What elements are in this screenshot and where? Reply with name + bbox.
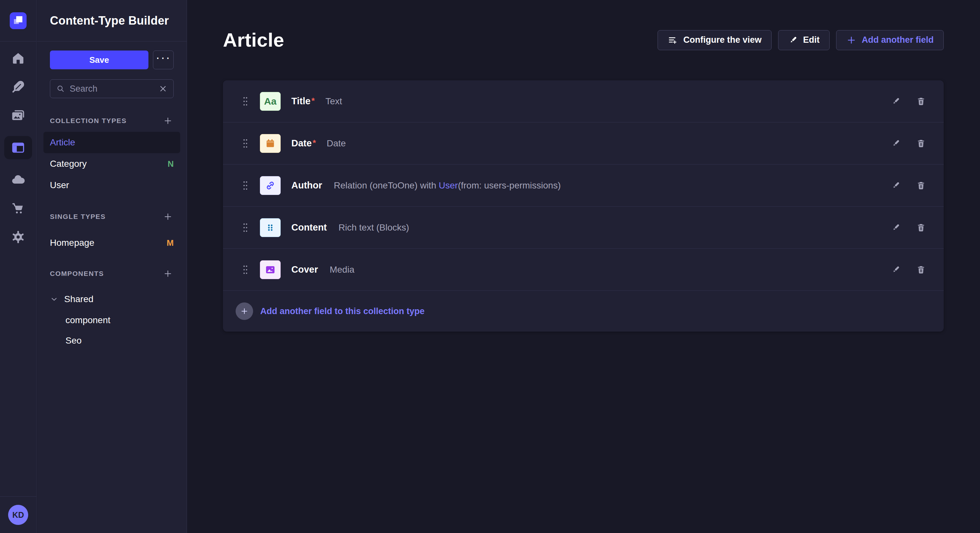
gear-icon[interactable] [10, 229, 26, 245]
blocks-icon [260, 218, 281, 237]
add-collection-type-button[interactable] [162, 115, 174, 127]
relation-type-prefix: Relation (oneToOne) with [334, 180, 439, 190]
components-header: COMPONENTS [50, 268, 174, 279]
add-component-button[interactable] [162, 268, 174, 279]
sidebar-item-category[interactable]: Category N [43, 153, 180, 174]
subnav: Content-Type Builder Save ··· COLLECTION… [37, 0, 187, 533]
plus-icon [163, 269, 173, 279]
drag-handle-icon[interactable] [240, 137, 251, 150]
save-row: Save ··· [50, 51, 174, 69]
field-type: Text [325, 96, 342, 106]
add-another-field-button[interactable]: Add another field [836, 30, 944, 50]
sidebar-item-label: Category [50, 159, 87, 169]
drag-handle-icon[interactable] [240, 179, 251, 192]
sidebar-item-component[interactable]: component [50, 310, 174, 330]
add-field-footer[interactable]: Add another field to this collection typ… [223, 291, 944, 332]
single-types-list: Homepage M [50, 232, 174, 254]
component-group-shared[interactable]: Shared [50, 289, 174, 310]
status-badge: M [167, 238, 174, 248]
main-content: Article Configure the view Edit Add anot… [187, 0, 980, 533]
field-name: Title* [291, 96, 315, 106]
sidebar-item-label: Article [50, 137, 75, 148]
text-icon: Aa [260, 92, 281, 111]
row-actions [890, 95, 927, 107]
field-name-text: Title [291, 96, 310, 106]
close-icon[interactable] [159, 84, 167, 93]
plus-icon [163, 212, 173, 222]
field-name-text: Content [291, 222, 327, 233]
cart-icon[interactable] [10, 201, 26, 216]
edit-field-button[interactable] [890, 264, 902, 276]
plus-circle-icon[interactable] [235, 303, 253, 320]
pencil-icon [891, 181, 900, 190]
rail-icon-list [0, 41, 36, 245]
trash-icon [916, 97, 926, 106]
sidebar-item-label: component [65, 315, 110, 325]
table-row-content: Content Rich text (Blocks) [223, 206, 944, 249]
relation-target-link[interactable]: User [439, 180, 458, 190]
delete-field-button[interactable] [915, 180, 927, 191]
search-input[interactable] [70, 84, 154, 94]
search-box[interactable] [50, 79, 174, 98]
edit-field-button[interactable] [890, 95, 902, 107]
delete-field-button[interactable] [915, 138, 927, 149]
subnav-header: Content-Type Builder [37, 0, 187, 41]
images-icon[interactable] [10, 108, 26, 123]
strapi-logo-icon[interactable] [10, 12, 27, 29]
toolbar: Configure the view Edit Add another fiel… [657, 30, 944, 50]
field-name-text: Date [291, 138, 312, 148]
edit-field-button[interactable] [890, 222, 902, 233]
status-badge: N [167, 159, 174, 169]
trash-icon [916, 223, 926, 233]
delete-field-button[interactable] [915, 95, 927, 107]
edit-field-button[interactable] [890, 138, 902, 149]
pencil-icon [891, 97, 900, 106]
single-types-header: SINGLE TYPES [50, 211, 174, 222]
collection-types-list: Article Category N User [50, 132, 174, 196]
more-options-button[interactable]: ··· [153, 51, 174, 69]
delete-field-button[interactable] [915, 222, 927, 233]
home-icon[interactable] [10, 51, 26, 66]
row-actions [890, 264, 927, 276]
calendar-icon [260, 134, 281, 153]
drag-handle-icon[interactable] [240, 221, 251, 234]
trash-icon [916, 181, 926, 190]
delete-field-button[interactable] [915, 264, 927, 276]
feather-icon[interactable] [10, 79, 26, 95]
required-mark: * [313, 138, 316, 148]
field-name: Content [291, 222, 328, 233]
edit-button[interactable]: Edit [778, 30, 830, 50]
add-single-type-button[interactable] [162, 211, 174, 222]
rail-bottom: KD [0, 497, 36, 533]
field-name: Date* [291, 138, 316, 149]
pencil-icon [891, 139, 900, 148]
sidebar-item-user[interactable]: User [43, 174, 180, 196]
sidebar-item-seo[interactable]: Seo [50, 330, 174, 351]
text-icon-glyph: Aa [264, 96, 277, 107]
list-settings-icon [668, 35, 678, 45]
drag-handle-icon[interactable] [240, 95, 251, 108]
row-actions [890, 138, 927, 149]
field-name-text: Author [291, 180, 322, 190]
configure-view-button[interactable]: Configure the view [657, 30, 772, 50]
avatar[interactable]: KD [8, 505, 28, 525]
save-button[interactable]: Save [50, 51, 148, 69]
layout-icon-active[interactable] [4, 136, 32, 159]
components-label: COMPONENTS [50, 270, 104, 278]
drag-handle-icon[interactable] [240, 263, 251, 276]
field-type: Media [329, 265, 354, 275]
cloud-icon[interactable] [10, 172, 26, 188]
add-field-footer-label[interactable]: Add another field to this collection typ… [260, 306, 425, 316]
sidebar-item-label: Seo [65, 335, 82, 346]
plus-icon [163, 116, 173, 125]
chevron-down-icon [50, 295, 58, 303]
add-another-field-label: Add another field [862, 35, 934, 45]
table-row-author: Author Relation (oneToOne) with User(fro… [223, 165, 944, 206]
edit-field-button[interactable] [890, 180, 902, 191]
pencil-icon [788, 35, 798, 45]
sidebar-item-label: User [50, 180, 69, 190]
table-row-cover: Cover Media [223, 249, 944, 291]
subnav-body: Save ··· COLLECTION TYPES Article Catego… [37, 41, 187, 351]
sidebar-item-homepage[interactable]: Homepage M [43, 232, 180, 254]
sidebar-item-article[interactable]: Article [43, 132, 180, 153]
